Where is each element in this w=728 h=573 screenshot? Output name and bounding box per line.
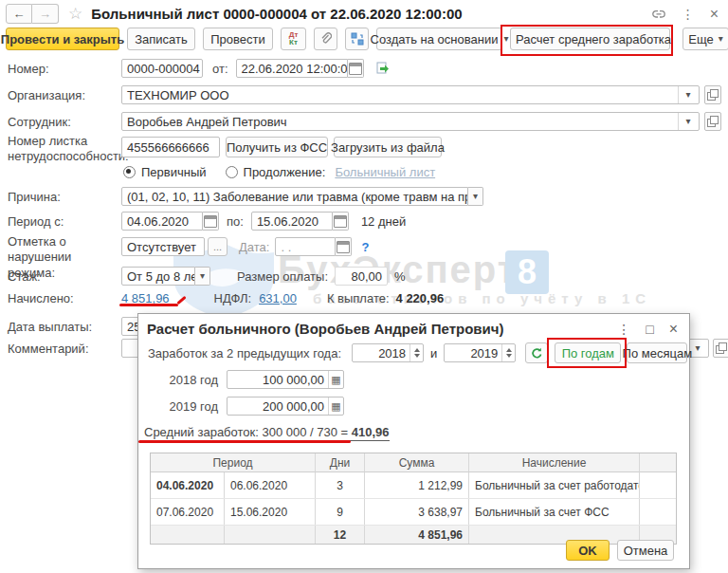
number-input[interactable]: 0000-000004 bbox=[121, 59, 203, 78]
more-button[interactable]: Еще ▾ bbox=[682, 28, 728, 50]
forward-button[interactable]: → bbox=[32, 4, 59, 24]
to-pay-amount: 4 220,96 bbox=[396, 291, 445, 305]
sick-number-input[interactable]: 455566666666 bbox=[121, 137, 220, 157]
period-to-calendar-button[interactable] bbox=[333, 212, 349, 231]
average-earnings-link[interactable]: Средний заработок: 300 000 / 730 = 410,9… bbox=[144, 425, 390, 441]
col-days[interactable]: Дни bbox=[316, 453, 365, 472]
reason-label: Причина: bbox=[8, 190, 121, 204]
send-document-icon[interactable] bbox=[375, 62, 391, 76]
favorite-star-icon[interactable]: ☆ bbox=[68, 4, 82, 24]
pay-date-label: Дата выплаты: bbox=[8, 320, 121, 334]
post-and-close-button[interactable]: Провести и закрыть bbox=[6, 28, 119, 50]
col-sum[interactable]: Сумма bbox=[365, 453, 469, 472]
violation-date-input[interactable]: . . bbox=[275, 237, 336, 256]
sick-number-label: Номер листка нетрудоспособности: bbox=[8, 134, 114, 165]
get-from-fss-button[interactable]: Получить из ФСС bbox=[226, 137, 328, 157]
reason-dropdown-button[interactable]: ▾ bbox=[468, 187, 483, 206]
accrued-label: Начислено: bbox=[8, 291, 121, 305]
load-from-file-button[interactable]: Загрузить из файла bbox=[334, 137, 442, 157]
cancel-button[interactable]: Отмена bbox=[617, 540, 674, 561]
period-days-text: 12 дней bbox=[361, 214, 406, 229]
attachments-button[interactable] bbox=[314, 28, 337, 50]
by-months-button[interactable]: По месяцам bbox=[627, 342, 687, 363]
year2-amount-input[interactable]: 200 000,00 ▦ bbox=[227, 397, 344, 416]
table-row[interactable]: 04.06.2020 06.06.2020 3 1 212,99 Больнич… bbox=[151, 472, 676, 499]
help-icon[interactable]: ? bbox=[361, 240, 369, 254]
dialog-close-icon[interactable]: × bbox=[669, 321, 678, 338]
spinner-arrows-icon[interactable] bbox=[410, 344, 423, 361]
year1-amount-input[interactable]: 100 000,00 ▦ bbox=[227, 370, 344, 389]
calculator-icon[interactable]: ▦ bbox=[328, 371, 343, 388]
ok-button[interactable]: OK bbox=[566, 540, 610, 561]
col-period[interactable]: Период bbox=[151, 453, 316, 472]
watermark-number: 8 bbox=[518, 252, 537, 292]
experience-label: Стаж: bbox=[8, 269, 121, 284]
dialog-maximize-icon[interactable]: □ bbox=[646, 322, 653, 337]
col-accrual[interactable]: Начисление bbox=[469, 453, 640, 472]
organization-dropdown[interactable]: ▾ bbox=[678, 86, 694, 103]
get-link-icon[interactable] bbox=[651, 8, 666, 21]
organization-label: Организация: bbox=[8, 88, 121, 102]
spinner-arrows-icon[interactable] bbox=[501, 344, 515, 361]
comment-open-button[interactable] bbox=[713, 339, 728, 358]
number-label: Номер: bbox=[8, 62, 121, 76]
table-header-row: Период Дни Сумма Начисление bbox=[151, 453, 676, 472]
document-structure-button[interactable] bbox=[345, 28, 369, 50]
chevron-down-icon: ▾ bbox=[473, 192, 478, 201]
year1-spinner[interactable]: 2018 bbox=[352, 343, 424, 362]
kt-icon: Кт bbox=[289, 39, 298, 46]
post-button[interactable]: Провести bbox=[203, 28, 273, 50]
structure-icon bbox=[351, 32, 364, 46]
window-more-icon[interactable]: ⋮ bbox=[682, 7, 695, 22]
ndfl-label: НДФЛ: bbox=[214, 291, 252, 305]
continuation-document-link[interactable]: Больничный лист bbox=[335, 165, 435, 179]
window-title: Больничный лист 0000-000004 от 22.06.202… bbox=[91, 6, 462, 22]
violation-input[interactable]: Отсутствует bbox=[121, 237, 205, 256]
annotation-underline-average bbox=[138, 440, 351, 443]
back-button[interactable]: ← bbox=[6, 4, 32, 24]
employee-open-button[interactable] bbox=[704, 112, 721, 131]
experience-select[interactable]: От 5 до 8 лет bbox=[121, 267, 195, 286]
watermark-number-badge: 8 bbox=[505, 250, 549, 294]
dialog-more-icon[interactable]: ⋮ bbox=[617, 322, 630, 337]
window-close-icon[interactable]: × bbox=[710, 6, 719, 23]
table-row[interactable]: 07.06.2020 15.06.2020 9 3 638,97 Больнич… bbox=[151, 499, 676, 526]
document-date-calendar-button[interactable] bbox=[348, 59, 364, 78]
dt-kt-button[interactable]: Дт Кт bbox=[281, 28, 306, 50]
experience-dropdown-button[interactable]: ▾ bbox=[195, 267, 210, 286]
to-pay-label: К выплате: bbox=[327, 291, 390, 305]
period-from-input[interactable]: 04.06.2020 bbox=[121, 212, 203, 231]
create-based-on-button[interactable]: Создать на основании ▾ bbox=[376, 28, 502, 50]
continuation-radio[interactable] bbox=[226, 166, 238, 178]
ndfl-amount-link[interactable]: 631,00 bbox=[259, 291, 297, 305]
and-text: и bbox=[430, 346, 437, 360]
open-form-icon bbox=[716, 342, 727, 354]
period-to-input[interactable]: 15.06.2020 bbox=[251, 212, 333, 231]
year2-spinner[interactable]: 2019 bbox=[444, 343, 516, 362]
chevron-down-icon: ▾ bbox=[719, 34, 723, 44]
write-button[interactable]: Записать bbox=[127, 28, 195, 50]
total-days: 12 bbox=[316, 526, 365, 544]
organization-input[interactable]: ТЕХНОМИР ООО ▾ bbox=[121, 85, 700, 104]
period-label: Период с: bbox=[8, 214, 121, 229]
avg-earnings-report-button[interactable]: Расчет среднего заработка bbox=[510, 28, 670, 50]
calculator-icon[interactable]: ▦ bbox=[328, 397, 343, 415]
employee-input[interactable]: Воробьев Андрей Петрович ▾ bbox=[121, 112, 700, 131]
refresh-button[interactable] bbox=[525, 342, 548, 363]
employee-label: Сотрудник: bbox=[8, 115, 121, 129]
primary-radio[interactable] bbox=[123, 166, 136, 178]
pay-rate-input[interactable]: 80,00 bbox=[335, 267, 388, 286]
violation-choose-button[interactable]: ... bbox=[208, 237, 228, 256]
calendar-icon bbox=[337, 241, 350, 253]
percent-sign: % bbox=[394, 269, 406, 284]
document-date-input[interactable]: 22.06.2020 12:00:00 bbox=[236, 59, 348, 78]
period-from-calendar-button[interactable] bbox=[203, 212, 219, 231]
violation-date-calendar-button[interactable] bbox=[336, 237, 352, 256]
reason-select[interactable]: (01, 02, 10, 11) Заболевание или травма … bbox=[121, 187, 468, 206]
pay-rate-label: Размер оплаты: bbox=[237, 269, 328, 284]
app-window: БухЭксперт 8 база ответов по учёту в 1С … bbox=[0, 0, 728, 573]
by-years-button[interactable]: По годам bbox=[555, 342, 621, 363]
organization-open-button[interactable] bbox=[704, 85, 721, 104]
employee-dropdown[interactable]: ▾ bbox=[678, 113, 694, 130]
total-sum: 4 851,96 bbox=[365, 526, 469, 544]
